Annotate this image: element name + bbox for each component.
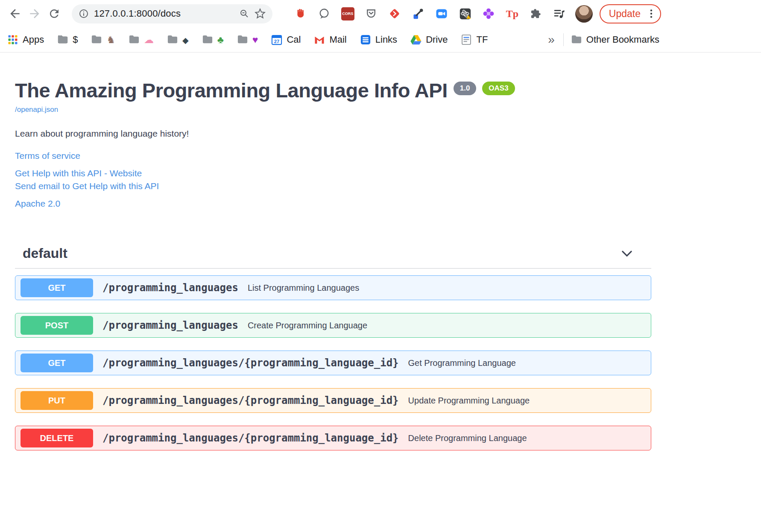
brain-emoji-icon bbox=[144, 35, 154, 45]
hand-blocker-extension-icon[interactable] bbox=[294, 7, 307, 20]
page-title: The Amazing Programming Language Info AP… bbox=[15, 79, 651, 102]
extension-icons-row: CORS Tp bbox=[294, 7, 566, 20]
video-call-extension-icon[interactable] bbox=[435, 7, 448, 20]
page-info-icon[interactable] bbox=[79, 9, 89, 19]
help-email-link[interactable]: Send email to Get Help with this API bbox=[15, 181, 651, 191]
chevron-down-icon[interactable] bbox=[620, 246, 634, 261]
endpoint-summary: Create Programming Language bbox=[248, 321, 367, 330]
bookmark-star-icon[interactable] bbox=[255, 8, 266, 19]
bookmark-calendar[interactable]: 27 Cal bbox=[271, 34, 301, 46]
section-title: default bbox=[23, 246, 67, 261]
bookmark-folder-horse[interactable] bbox=[91, 34, 115, 46]
purple-heart-emoji-icon bbox=[252, 35, 258, 45]
herb-emoji-icon bbox=[217, 35, 224, 45]
profile-avatar[interactable] bbox=[575, 5, 593, 23]
section-default-header[interactable]: default bbox=[15, 243, 651, 269]
gmail-icon bbox=[313, 34, 325, 46]
bookmarks-bar: Apps $ 27 Cal bbox=[0, 27, 666, 52]
method-badge: DELETE bbox=[20, 429, 93, 447]
endpoint-summary: Delete Programming Language bbox=[408, 433, 527, 443]
drive-icon bbox=[410, 34, 422, 46]
other-bookmarks-label: Other Bookmarks bbox=[586, 34, 659, 45]
help-website-link[interactable]: Get Help with this API - Website bbox=[15, 168, 651, 178]
api-info-links: Terms of service Get Help with this API … bbox=[15, 151, 651, 209]
endpoint-path: /programming_languages bbox=[102, 319, 238, 331]
puzzle-extensions-icon[interactable] bbox=[529, 7, 542, 20]
apps-shortcut[interactable]: Apps bbox=[7, 34, 44, 46]
reload-button[interactable] bbox=[44, 4, 64, 23]
bookmark-drive[interactable]: Drive bbox=[410, 34, 448, 46]
document-icon bbox=[460, 34, 472, 46]
endpoint-path: /programming_languages/{programming_lang… bbox=[102, 357, 399, 369]
tp-extension-icon[interactable]: Tp bbox=[506, 7, 519, 20]
graduation-cap-emoji-icon bbox=[182, 35, 189, 45]
folder-icon bbox=[57, 34, 69, 46]
bookmark-label: TF bbox=[476, 34, 488, 45]
endpoint-summary: List Programming Languages bbox=[248, 283, 359, 293]
bookmark-links[interactable]: Links bbox=[360, 34, 397, 46]
apps-grid-icon bbox=[7, 34, 19, 46]
eyedropper-extension-icon[interactable] bbox=[412, 7, 425, 20]
license-link[interactable]: Apache 2.0 bbox=[15, 199, 651, 209]
other-bookmarks[interactable]: Other Bookmarks bbox=[571, 34, 659, 46]
folder-icon bbox=[91, 34, 102, 46]
endpoint-row-get-list[interactable]: GET /programming_languages List Programm… bbox=[15, 275, 651, 300]
bookmarks-overflow-chevron[interactable]: » bbox=[546, 33, 556, 47]
reload-icon bbox=[48, 7, 61, 20]
cors-label: CORS bbox=[342, 12, 353, 16]
update-button[interactable]: Update bbox=[600, 4, 661, 23]
version-badge: 1.0 bbox=[454, 82, 477, 95]
endpoint-summary: Update Programming Language bbox=[408, 396, 530, 406]
bookmark-folder-brain[interactable] bbox=[128, 34, 154, 46]
cors-extension-icon[interactable]: CORS bbox=[341, 7, 354, 20]
music-queue-extension-icon[interactable] bbox=[553, 7, 566, 20]
tp-label: Tp bbox=[506, 8, 518, 20]
endpoint-path: /programming_languages bbox=[102, 282, 238, 294]
apps-label: Apps bbox=[23, 34, 44, 45]
bookmark-label: Cal bbox=[287, 34, 301, 45]
arrow-diamond-extension-icon[interactable] bbox=[388, 7, 401, 20]
zoom-icon[interactable] bbox=[239, 9, 249, 19]
horse-emoji-icon bbox=[106, 35, 115, 45]
bookmark-label: Drive bbox=[426, 34, 448, 45]
links-icon bbox=[360, 34, 372, 46]
endpoint-path: /programming_languages/{programming_lang… bbox=[102, 432, 399, 444]
pocket-extension-icon[interactable] bbox=[365, 7, 378, 20]
bookmark-folder-purple-heart[interactable] bbox=[237, 34, 258, 46]
update-label: Update bbox=[609, 8, 641, 20]
address-bar[interactable]: 127.0.0.1:8000/docs bbox=[72, 4, 272, 23]
forward-arrow-icon bbox=[28, 7, 41, 20]
endpoint-row-post-create[interactable]: POST /programming_languages Create Progr… bbox=[15, 313, 651, 338]
bookmark-label: Mail bbox=[329, 34, 346, 45]
flower-extension-icon[interactable] bbox=[482, 7, 495, 20]
section-default: default GET /programming_languages List … bbox=[15, 243, 651, 450]
bookmark-folder-dollar[interactable]: $ bbox=[57, 34, 78, 46]
back-button[interactable] bbox=[5, 4, 25, 23]
method-badge: PUT bbox=[20, 391, 93, 410]
bookmarks-separator bbox=[563, 33, 564, 46]
folder-icon bbox=[237, 34, 249, 46]
endpoint-list: GET /programming_languages List Programm… bbox=[15, 275, 651, 450]
bookmark-folder-herb[interactable] bbox=[202, 34, 224, 46]
atom-warning-extension-icon[interactable] bbox=[459, 7, 472, 20]
terms-of-service-link[interactable]: Terms of service bbox=[15, 151, 651, 161]
browser-window: 127.0.0.1:8000/docs CORS bbox=[0, 0, 666, 52]
forward-button[interactable] bbox=[25, 4, 44, 23]
api-info-block: The Amazing Programming Language Info AP… bbox=[15, 79, 651, 209]
endpoint-row-delete[interactable]: DELETE /programming_languages/{programmi… bbox=[15, 426, 651, 450]
method-badge: GET bbox=[20, 354, 93, 372]
browser-toolbar: 127.0.0.1:8000/docs CORS bbox=[0, 0, 666, 27]
folder-icon bbox=[571, 34, 582, 46]
endpoint-summary: Get Programming Language bbox=[408, 358, 516, 368]
openapi-json-link[interactable]: /openapi.json bbox=[15, 105, 58, 114]
method-badge: POST bbox=[20, 316, 93, 335]
oas3-badge: OAS3 bbox=[482, 82, 515, 95]
bookmark-gmail[interactable]: Mail bbox=[313, 34, 346, 46]
folder-icon bbox=[128, 34, 140, 46]
kebab-menu-icon[interactable] bbox=[646, 8, 657, 19]
bookmark-tf[interactable]: TF bbox=[460, 34, 488, 46]
endpoint-row-put-update[interactable]: PUT /programming_languages/{programming_… bbox=[15, 388, 651, 413]
speech-bubble-extension-icon[interactable] bbox=[318, 7, 331, 20]
bookmark-folder-graduation[interactable] bbox=[167, 34, 189, 46]
endpoint-row-get-one[interactable]: GET /programming_languages/{programming_… bbox=[15, 351, 651, 375]
